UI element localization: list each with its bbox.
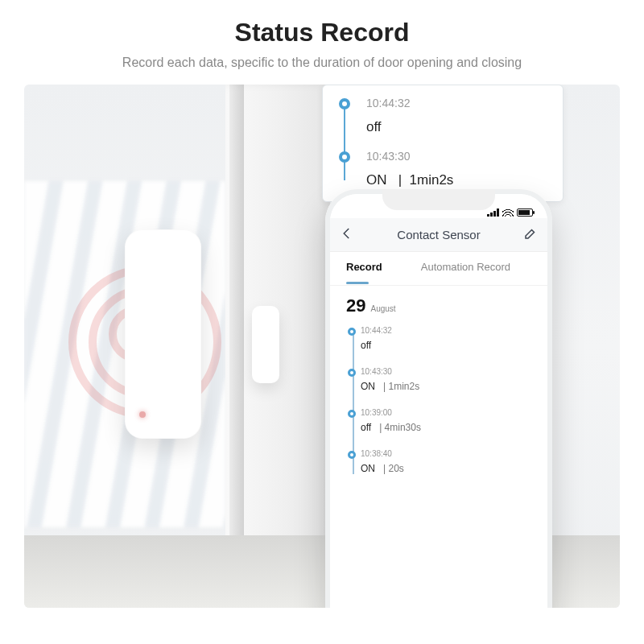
date-day: 29: [346, 295, 365, 316]
timeline-line: [344, 106, 345, 180]
phone-mockup: Contact Sensor Record Automation Record …: [325, 189, 552, 608]
door-sensor-magnet: [252, 306, 279, 383]
log-entry[interactable]: 10:39:00 off | 4min30s: [361, 408, 531, 433]
phone-screen: Contact Sensor Record Automation Record …: [330, 194, 547, 608]
marketing-header: Status Record Record each data, specific…: [0, 0, 644, 70]
callout-state: ON | 1min2s: [366, 172, 551, 188]
callout-state: off: [366, 119, 551, 135]
callout-time: 10:44:32: [366, 97, 551, 109]
tab-record[interactable]: Record: [346, 261, 382, 276]
log-state: off | 4min30s: [361, 422, 531, 433]
phone-log: 10:44:32 off 10:43:30 ON | 1min2s 10:39:…: [330, 323, 547, 474]
duration-label: 1min2s: [410, 172, 454, 188]
timeline-dot-icon: [348, 410, 356, 418]
door-gap: [229, 85, 244, 608]
log-callout: 10:44:32 off 10:43:30 ON | 1min2s: [322, 85, 564, 202]
callout-time: 10:43:30: [366, 150, 551, 163]
log-time: 10:43:30: [361, 367, 531, 376]
timeline-dot-icon: [339, 151, 350, 163]
tabs: Record Automation Record: [330, 252, 547, 286]
log-entry[interactable]: 10:38:40 ON | 20s: [361, 449, 531, 474]
timeline-dot-icon: [339, 98, 350, 109]
callout-entry: 10:44:32 off: [361, 97, 551, 135]
tab-automation-record[interactable]: Automation Record: [421, 261, 510, 276]
log-state: ON | 1min2s: [361, 381, 531, 392]
log-entry[interactable]: 10:43:30 ON | 1min2s: [361, 367, 531, 392]
log-state: ON | 20s: [361, 463, 531, 474]
cellular-icon: [487, 208, 499, 217]
timeline-dot-icon: [348, 328, 356, 336]
log-entry[interactable]: 10:44:32 off: [361, 326, 531, 351]
log-time: 10:44:32: [361, 326, 531, 335]
product-scene: 10:44:32 off 10:43:30 ON | 1min2s: [24, 85, 620, 608]
page-title: Status Record: [0, 18, 644, 47]
log-state: off: [361, 340, 531, 351]
phone-notch: [382, 189, 495, 210]
navbar-title: Contact Sensor: [397, 228, 480, 242]
wifi-icon: [502, 208, 514, 217]
edit-icon[interactable]: [523, 226, 538, 244]
timeline-dot-icon: [348, 369, 356, 377]
app-navbar: Contact Sensor: [330, 218, 547, 252]
log-time: 10:38:40: [361, 449, 531, 458]
back-icon[interactable]: [340, 226, 354, 244]
door-sensor-main: [125, 229, 201, 439]
page-subtitle: Record each data, specific to the durati…: [0, 56, 644, 70]
timeline-dot-icon: [348, 451, 356, 459]
date-month: August: [370, 304, 395, 313]
state-label: ON: [366, 172, 387, 188]
date-heading: 29 August: [330, 286, 547, 323]
battery-icon: [517, 208, 533, 217]
log-time: 10:39:00: [361, 408, 531, 417]
callout-entry: 10:43:30 ON | 1min2s: [361, 150, 551, 188]
